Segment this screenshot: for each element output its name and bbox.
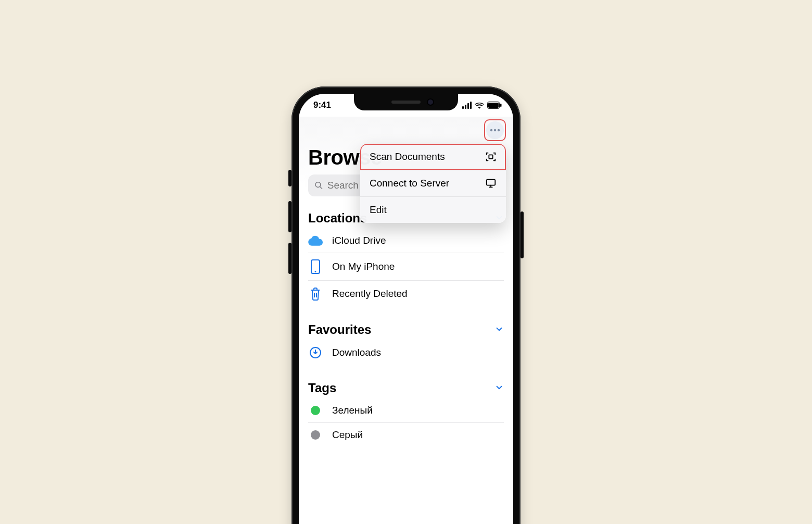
svg-rect-12 — [487, 180, 496, 185]
wifi-icon — [475, 102, 484, 109]
icloud-icon — [308, 235, 323, 246]
svg-point-5 — [498, 129, 500, 131]
chevron-down-icon — [494, 381, 504, 395]
svg-rect-1 — [488, 103, 499, 108]
list-item-label: Серый — [332, 429, 363, 441]
menu-item-connect-to-server[interactable]: Connect to Server — [360, 170, 506, 197]
menu-item-label: Scan Documents — [370, 151, 445, 163]
svg-rect-2 — [500, 104, 502, 107]
battery-icon — [487, 102, 502, 109]
status-time: 9:41 — [313, 100, 331, 110]
phone-notch — [354, 94, 458, 110]
ellipsis-icon — [490, 129, 500, 132]
menu-item-label: Connect to Server — [370, 178, 449, 189]
list-item-label: Зеленый — [332, 405, 373, 416]
favourites-header[interactable]: Favourites — [308, 322, 504, 337]
phone-screen: 9:41 — [299, 94, 513, 524]
trash-icon — [308, 287, 323, 301]
cellular-icon — [462, 102, 472, 109]
phone-frame: 9:41 — [291, 86, 521, 524]
location-item-icloud[interactable]: iCloud Drive — [308, 229, 504, 253]
tag-item-green[interactable]: Зеленый — [308, 398, 504, 423]
menu-item-edit[interactable]: Edit — [360, 197, 506, 223]
search-icon — [314, 181, 323, 190]
location-item-on-my-iphone[interactable]: On My iPhone — [308, 253, 504, 281]
svg-point-4 — [494, 129, 496, 131]
download-icon — [308, 346, 323, 359]
svg-line-7 — [320, 186, 322, 189]
section-title: Tags — [308, 381, 336, 395]
scan-icon — [485, 151, 497, 163]
menu-item-scan-documents[interactable]: Scan Documents — [360, 144, 506, 170]
server-icon — [485, 178, 497, 189]
list-item-label: iCloud Drive — [332, 235, 386, 246]
tag-color-icon — [308, 430, 323, 440]
list-item-label: On My iPhone — [332, 261, 395, 272]
menu-item-label: Edit — [370, 204, 387, 216]
tag-color-icon — [308, 406, 323, 415]
list-item-label: Downloads — [332, 347, 381, 358]
list-item-label: Recently Deleted — [332, 288, 408, 300]
section-title: Locations — [308, 211, 367, 226]
favourite-item-downloads[interactable]: Downloads — [308, 340, 504, 365]
svg-rect-11 — [489, 155, 492, 158]
more-button[interactable] — [486, 121, 504, 139]
chevron-down-icon — [494, 322, 504, 337]
tags-header[interactable]: Tags — [308, 381, 504, 395]
more-menu-popover: Scan Documents Connect to Server Edit — [360, 144, 506, 223]
phone-side-button — [288, 170, 291, 186]
phone-side-button — [521, 211, 524, 258]
svg-point-9 — [315, 271, 316, 272]
svg-point-3 — [490, 129, 492, 131]
section-title: Favourites — [308, 322, 371, 337]
phone-side-button — [288, 243, 291, 274]
iphone-icon — [308, 259, 323, 274]
phone-side-button — [288, 201, 291, 232]
tag-item-grey[interactable]: Серый — [308, 423, 504, 447]
location-item-recently-deleted[interactable]: Recently Deleted — [308, 281, 504, 307]
